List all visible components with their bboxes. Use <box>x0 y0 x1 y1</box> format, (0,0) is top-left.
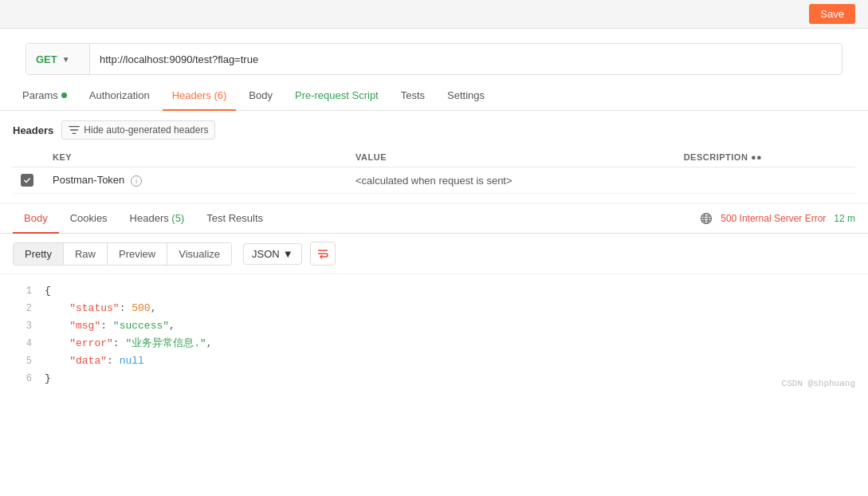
resp-headers-badge: (5) <box>171 212 184 224</box>
headers-badge: (6) <box>214 89 226 101</box>
code-area: 1 { 2 "status": 500, 3 "msg": "success",… <box>0 274 868 396</box>
format-chevron-icon: ▼ <box>283 248 293 260</box>
line-num-2: 2 <box>8 300 32 317</box>
code-line-3: 3 "msg": "success", <box>0 317 868 335</box>
code-content-1: { <box>45 282 860 300</box>
resp-tab-cookies-label: Cookies <box>70 212 108 224</box>
tab-body[interactable]: Body <box>239 81 282 111</box>
value-cell: <calculated when request is sent> <box>348 167 676 194</box>
response-tabs-row: Body Cookies Headers (5) Test Results <box>0 204 868 234</box>
line-num-5: 5 <box>8 352 32 369</box>
save-button[interactable]: Save <box>809 4 855 24</box>
info-icon[interactable]: i <box>131 175 142 187</box>
response-tabs: Body Cookies Headers (5) Test Results <box>13 204 274 233</box>
tab-settings[interactable]: Settings <box>438 81 494 111</box>
resp-tab-cookies[interactable]: Cookies <box>59 204 119 234</box>
col-description: DESCRIPTION ●● <box>676 148 855 167</box>
col-value: VALUE <box>348 148 676 167</box>
view-mode-group: Pretty Raw Preview Visualize <box>13 242 232 266</box>
line-num-6: 6 <box>8 370 32 387</box>
code-content-4: "error": "业务异常信息.", <box>45 335 860 352</box>
headers-label: Headers <box>13 124 53 136</box>
request-bar: GET ▼ <box>26 43 842 75</box>
headers-section: Headers Hide auto-generated headers KEY … <box>0 111 868 204</box>
resp-tab-test-results-label: Test Results <box>206 212 263 224</box>
tab-body-label: Body <box>249 89 273 101</box>
code-line-4: 4 "error": "业务异常信息.", <box>0 335 868 352</box>
request-tabs: Params Authorization Headers (6) Body Pr… <box>0 81 868 111</box>
code-content-2: "status": 500, <box>45 300 860 317</box>
wrap-button[interactable] <box>310 242 336 266</box>
format-selector[interactable]: JSON ▼ <box>243 243 302 265</box>
chevron-down-icon: ▼ <box>62 55 70 64</box>
resp-tab-headers-label: Headers (5) <box>130 212 185 224</box>
view-btn-pretty[interactable]: Pretty <box>14 243 64 265</box>
method-label: GET <box>36 53 57 65</box>
format-label: JSON <box>252 248 280 260</box>
hide-auto-headers-button[interactable]: Hide auto-generated headers <box>61 120 215 140</box>
row-checkbox-cell[interactable] <box>13 167 45 194</box>
tab-headers-label: Headers (6) <box>172 89 227 101</box>
code-content-6: } <box>45 370 860 388</box>
col-key: KEY <box>45 148 348 167</box>
tab-authorization-label: Authorization <box>89 89 150 101</box>
code-line-1: 1 { <box>0 282 868 300</box>
watermark: CSDN @shphuang <box>782 376 855 392</box>
resp-tab-headers[interactable]: Headers (5) <box>119 204 196 234</box>
tab-tests-label: Tests <box>401 89 425 101</box>
line-num-3: 3 <box>8 317 32 334</box>
desc-cell <box>676 167 855 194</box>
headers-table: KEY VALUE DESCRIPTION ●● Postm <box>13 148 855 194</box>
view-controls: Pretty Raw Preview Visualize JSON ▼ <box>0 234 868 274</box>
filter-icon <box>69 124 80 136</box>
tab-authorization[interactable]: Authorization <box>80 81 159 111</box>
view-btn-preview[interactable]: Preview <box>108 243 167 265</box>
resp-tab-body-label: Body <box>24 212 48 224</box>
globe-icon <box>700 212 713 225</box>
key-cell: Postman-Token i <box>45 167 348 194</box>
params-dot <box>61 93 67 98</box>
method-selector[interactable]: GET ▼ <box>26 44 90 74</box>
resp-tab-body[interactable]: Body <box>13 204 59 234</box>
table-row: Postman-Token i <calculated when request… <box>13 167 855 194</box>
response-meta: 500 Internal Server Error 12 m <box>700 212 855 225</box>
view-btn-visualize[interactable]: Visualize <box>167 243 231 265</box>
code-content-5: "data": null <box>45 352 860 370</box>
resp-tab-test-results[interactable]: Test Results <box>195 204 274 234</box>
tab-settings-label: Settings <box>447 89 485 101</box>
top-bar: Save <box>0 0 868 29</box>
response-status: 500 Internal Server Error <box>721 213 826 224</box>
main-container: Save GET ▼ Params Authorization Headers … <box>0 0 868 496</box>
code-line-5: 5 "data": null <box>0 352 868 370</box>
tab-pre-request-label: Pre-request Script <box>295 89 379 101</box>
code-content-3: "msg": "success", <box>45 317 860 335</box>
tab-tests[interactable]: Tests <box>391 81 434 111</box>
tab-params[interactable]: Params <box>13 81 77 111</box>
col-check <box>13 148 45 167</box>
tab-headers[interactable]: Headers (6) <box>163 81 237 111</box>
key-value: Postman-Token <box>53 174 124 186</box>
wrap-icon <box>316 247 329 260</box>
response-section: Body Cookies Headers (5) Test Results <box>0 204 868 396</box>
checkmark-icon <box>23 176 31 184</box>
tab-params-label: Params <box>22 89 58 101</box>
code-line-6: 6 } <box>0 370 868 388</box>
url-input[interactable] <box>90 53 842 65</box>
view-btn-raw[interactable]: Raw <box>64 243 108 265</box>
line-num-4: 4 <box>8 335 32 352</box>
code-line-2: 2 "status": 500, <box>0 300 868 317</box>
tab-pre-request[interactable]: Pre-request Script <box>285 81 388 111</box>
hide-auto-label: Hide auto-generated headers <box>84 124 208 136</box>
response-time: 12 m <box>834 213 855 224</box>
row-checkbox[interactable] <box>21 174 33 187</box>
line-num-1: 1 <box>8 282 32 299</box>
